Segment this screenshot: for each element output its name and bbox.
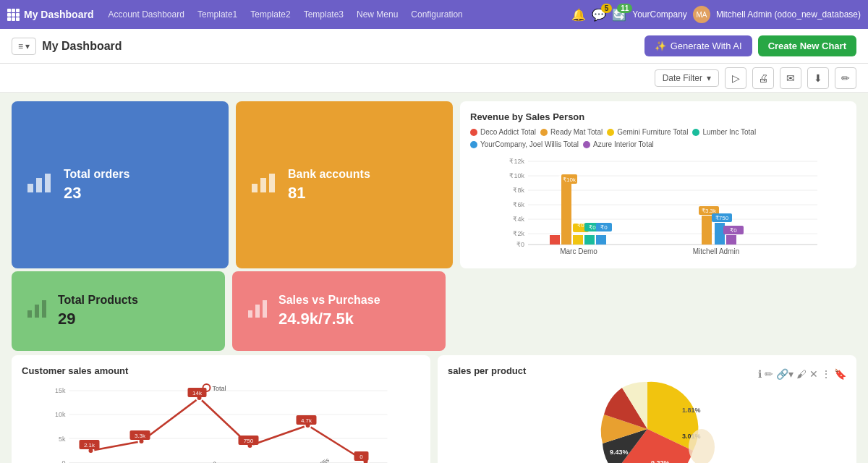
brush-icon[interactable]: 🖌 <box>796 368 807 380</box>
avatar[interactable]: MA <box>693 6 710 23</box>
legend-joel: YourCompany, Joel Willis Total <box>470 140 579 148</box>
revenue-bar-chart: ₹12k ₹10k ₹8k ₹6k ₹4k ₹2k ₹0 ₹10k ₹10k ₹… <box>470 154 846 255</box>
legend-dot-deco <box>470 129 477 136</box>
filter-toggle-button[interactable]: ≡ ▾ <box>12 38 36 55</box>
header-left: ≡ ▾ My Dashboard <box>12 38 122 55</box>
main-nav: Account Dashboard Template1 Template2 Te… <box>102 7 569 22</box>
more-icon[interactable]: ⋮ <box>821 368 831 380</box>
svg-text:₹0: ₹0 <box>577 222 584 229</box>
products-label: Total Products <box>58 294 138 307</box>
print-icon: 🖨 <box>758 72 768 84</box>
legend-ready: Ready Mat Total <box>540 128 603 136</box>
download-icon: ⬇ <box>814 72 822 84</box>
svg-text:₹12k: ₹12k <box>509 158 524 165</box>
nav-new-menu[interactable]: New Menu <box>351 7 404 22</box>
svg-text:₹0: ₹0 <box>730 227 737 234</box>
svg-rect-0 <box>27 184 33 192</box>
page-header: ≡ ▾ My Dashboard ✨ Generate With AI Crea… <box>0 29 868 64</box>
nav-configuration[interactable]: Configuration <box>405 7 468 22</box>
svg-text:Mitchell Admin: Mitchell Admin <box>693 247 739 255</box>
legend-dot-azure <box>583 141 590 148</box>
customer-sales-chart: Customer sales amount 15k 10k 5k 0 Total <box>12 355 430 463</box>
bank-info: Bank accounts 81 <box>288 168 370 203</box>
date-filter-button[interactable]: Date Filter ▾ <box>655 69 719 87</box>
orders-bar-icon <box>26 171 55 199</box>
link-icon[interactable]: 🔗▾ <box>776 368 793 380</box>
ai-icon: ✨ <box>655 41 666 51</box>
app-name: My Dashboard <box>24 9 93 20</box>
nav-template1[interactable]: Template1 <box>192 7 243 22</box>
svg-text:15k: 15k <box>55 387 66 394</box>
chat-icon[interactable]: 💬 5 <box>592 8 606 22</box>
svg-text:9.22%: 9.22% <box>651 459 670 463</box>
sales-product-title: sales per product <box>448 365 526 376</box>
svg-rect-1 <box>36 178 42 192</box>
spacer <box>453 271 856 351</box>
company-name: YourCompany <box>632 9 687 20</box>
svg-rect-28 <box>584 235 595 245</box>
play-button[interactable]: ▷ <box>725 67 746 89</box>
svg-rect-25 <box>573 235 583 245</box>
svg-text:₹0: ₹0 <box>516 241 524 248</box>
print-button[interactable]: 🖨 <box>752 67 774 89</box>
svg-rect-49 <box>255 305 260 318</box>
svg-rect-50 <box>263 300 267 318</box>
legend-gemini: Gemini Furniture Total <box>607 128 688 136</box>
second-cards-row: Total Products 29 Sales vs Purchase 24.9… <box>12 271 856 351</box>
pencil-icon[interactable]: ✏ <box>765 368 773 380</box>
svg-text:14k: 14k <box>192 390 203 396</box>
customer-line-chart-area: 15k 10k 5k 0 Total <box>22 382 420 463</box>
svg-text:Gemini Furniture: Gemini Furniture <box>179 459 218 463</box>
page-title: My Dashboard <box>42 40 122 53</box>
nav-template3[interactable]: Template3 <box>298 7 349 22</box>
generate-ai-button[interactable]: ✨ Generate With AI <box>644 35 752 56</box>
revenue-chart: Revenue by Sales Person Deco Addict Tota… <box>460 101 856 268</box>
email-button[interactable]: ✉ <box>780 67 801 89</box>
legend-dot-ready <box>540 129 548 136</box>
edit-button[interactable]: ✏ <box>835 67 856 89</box>
activity-icon[interactable]: 🔄 11 <box>612 8 626 22</box>
download-button[interactable]: ⬇ <box>807 67 829 89</box>
revenue-chart-title: Revenue by Sales Person <box>470 111 846 122</box>
bell-icon[interactable]: 🔔 <box>571 8 586 22</box>
svg-rect-20 <box>550 235 560 245</box>
header-right: ✨ Generate With AI Create New Chart <box>644 35 856 56</box>
app-logo[interactable]: My Dashboard <box>7 9 93 21</box>
svg-text:9.43%: 9.43% <box>610 449 629 456</box>
email-icon: ✉ <box>786 72 795 84</box>
svg-rect-47 <box>42 300 46 318</box>
nav-template2[interactable]: Template2 <box>244 7 296 22</box>
total-products-card[interactable]: Total Products 29 <box>12 271 225 351</box>
bookmark-icon[interactable]: 🔖 <box>834 368 846 380</box>
sales-info: Sales vs Purchase 24.9k/7.5k <box>278 294 380 328</box>
svg-text:₹3.3k: ₹3.3k <box>702 208 717 214</box>
orders-value: 23 <box>64 184 129 203</box>
svg-rect-21 <box>561 182 571 245</box>
svg-rect-35 <box>702 216 712 245</box>
chart-actions: ℹ ✏ 🔗▾ 🖌 ✕ ⋮ 🔖 <box>758 368 846 380</box>
close-icon[interactable]: ✕ <box>809 368 818 380</box>
nav-account-dashboard[interactable]: Account Dashboard <box>102 7 190 22</box>
svg-rect-46 <box>35 305 39 318</box>
svg-rect-41 <box>726 235 736 245</box>
svg-text:₹4k: ₹4k <box>513 216 524 223</box>
user-name: Mitchell Admin (odoo_new_database) <box>716 9 861 20</box>
svg-text:₹6k: ₹6k <box>513 201 524 208</box>
svg-text:1.81%: 1.81% <box>682 407 701 414</box>
svg-text:5k: 5k <box>59 436 66 443</box>
customer-sales-title: Customer sales amount <box>22 365 420 376</box>
legend-label-gemini: Gemini Furniture Total <box>617 128 688 136</box>
svg-rect-2 <box>45 174 51 192</box>
svg-text:₹2k: ₹2k <box>513 230 524 237</box>
create-chart-button[interactable]: Create New Chart <box>758 35 856 56</box>
svg-text:3.3k: 3.3k <box>135 433 146 439</box>
info-icon[interactable]: ℹ <box>758 368 762 380</box>
sales-purchase-card[interactable]: Sales vs Purchase 24.9k/7.5k <box>232 271 446 351</box>
total-orders-card[interactable]: Total orders 23 <box>12 101 229 268</box>
legend-deco: Deco Addict Total <box>470 128 536 136</box>
svg-rect-31 <box>596 235 606 245</box>
grid-icon <box>7 9 20 21</box>
bank-accounts-card[interactable]: Bank accounts 81 <box>236 101 453 268</box>
svg-text:2.1k: 2.1k <box>84 442 95 449</box>
stat-cards-row: Total orders 23 Bank accounts 81 Revenue… <box>12 101 856 268</box>
